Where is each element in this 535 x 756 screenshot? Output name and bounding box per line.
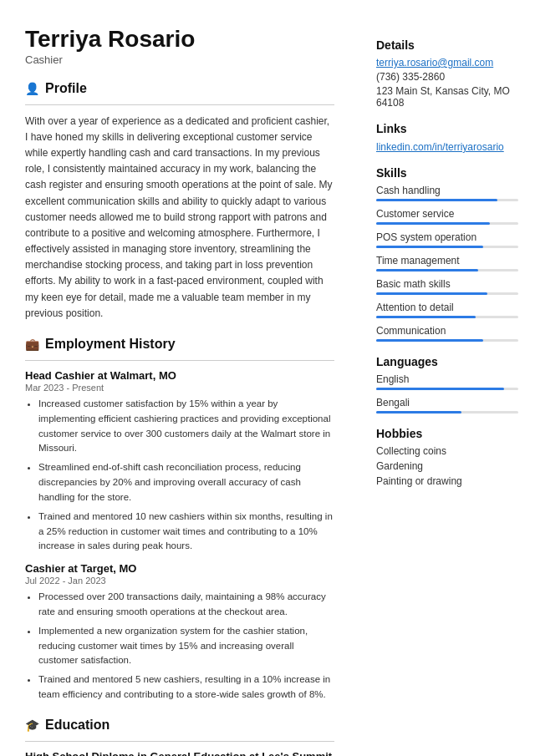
profile-divider — [25, 104, 334, 105]
job-bullets-1: Increased customer satisfaction by 15% w… — [25, 397, 334, 554]
skill-bar-bg-6 — [376, 316, 518, 318]
skill-name-3: POS system operation — [376, 231, 518, 243]
languages-section-label: Languages — [376, 355, 518, 368]
skill-name-2: Customer service — [376, 208, 518, 220]
skill-bar-bg-2 — [376, 222, 518, 225]
profile-section-header: 👤 Profile — [25, 81, 334, 96]
skill-item-5: Basic math skills — [376, 278, 518, 295]
skill-name-7: Communication — [376, 325, 518, 337]
bullet-1-3: Trained and mentored 10 new cashiers wit… — [38, 510, 334, 554]
skill-bar-fill-4 — [376, 269, 478, 271]
lang-bar-fill-2 — [376, 411, 461, 414]
employment-section-label: Employment History — [45, 337, 176, 352]
hobby-item-1: Collecting coins — [376, 445, 518, 457]
lang-bar-bg-2 — [376, 411, 518, 414]
skill-bar-fill-6 — [376, 316, 476, 318]
skill-bar-fill-5 — [376, 292, 487, 295]
employment-section-header: 💼 Employment History — [25, 337, 334, 352]
employment-divider — [25, 360, 334, 361]
skill-bar-fill-2 — [376, 222, 490, 225]
education-icon: 🎓 — [25, 718, 39, 732]
hobbies-section-label: Hobbies — [376, 427, 518, 440]
phone-number: (736) 335-2860 — [376, 71, 518, 83]
education-divider — [25, 741, 334, 742]
job-dates-1: Mar 2023 - Present — [25, 383, 334, 393]
profile-text: With over a year of experience as a dedi… — [25, 114, 334, 322]
job-entry-1: Head Cashier at Walmart, MO Mar 2023 - P… — [25, 369, 334, 554]
education-section-header: 🎓 Education — [25, 718, 334, 733]
education-section-label: Education — [45, 718, 110, 733]
linkedin-link[interactable]: linkedin.com/in/terriyarosario — [376, 141, 504, 153]
skill-bar-bg-5 — [376, 292, 518, 295]
skill-bar-bg-3 — [376, 246, 518, 248]
hobby-item-2: Gardening — [376, 460, 518, 472]
links-section-label: Links — [376, 122, 518, 135]
bullet-2-1: Processed over 200 transactions daily, m… — [38, 590, 334, 620]
job-bullets-2: Processed over 200 transactions daily, m… — [25, 590, 334, 703]
skill-item-3: POS system operation — [376, 231, 518, 248]
skill-bar-fill-7 — [376, 339, 483, 342]
lang-item-1: English — [376, 373, 518, 390]
skills-section-label: Skills — [376, 166, 518, 180]
profile-section-label: Profile — [45, 81, 87, 96]
lang-bar-bg-1 — [376, 388, 518, 390]
bullet-2-2: Implemented a new organization system fo… — [38, 624, 334, 668]
skill-item-2: Customer service — [376, 208, 518, 225]
skill-name-5: Basic math skills — [376, 278, 518, 290]
hobby-item-3: Painting or drawing — [376, 475, 518, 487]
skill-name-6: Attention to detail — [376, 302, 518, 313]
skill-item-1: Cash handling — [376, 185, 518, 201]
bullet-2-3: Trained and mentored 5 new cashiers, res… — [38, 672, 334, 703]
skill-bar-bg-1 — [376, 199, 518, 201]
lang-name-1: English — [376, 373, 518, 385]
skill-bar-bg-7 — [376, 339, 518, 342]
employment-icon: 💼 — [25, 337, 39, 351]
edu-title-1: High School Diploma in General Education… — [25, 750, 334, 756]
bullet-1-2: Streamlined end-of-shift cash reconcilia… — [38, 460, 334, 505]
skill-name-1: Cash handling — [376, 185, 518, 196]
skill-item-4: Time management — [376, 255, 518, 271]
address: 123 Main St, Kansas City, MO 64108 — [376, 85, 518, 109]
lang-item-2: Bengali — [376, 397, 518, 414]
skill-item-6: Attention to detail — [376, 302, 518, 318]
email-link[interactable]: terriya.rosario@gmail.com — [376, 57, 518, 68]
job-title-1: Head Cashier at Walmart, MO — [25, 369, 334, 382]
bullet-1-1: Increased customer satisfaction by 15% w… — [38, 397, 334, 456]
skill-bar-fill-1 — [376, 199, 497, 201]
lang-name-2: Bengali — [376, 397, 518, 408]
skill-name-4: Time management — [376, 255, 518, 266]
candidate-name: Terriya Rosario — [25, 25, 334, 53]
skill-bar-bg-4 — [376, 269, 518, 271]
candidate-title: Cashier — [25, 53, 334, 66]
job-entry-2: Cashier at Target, MO Jul 2022 - Jan 202… — [25, 562, 334, 703]
details-section-label: Details — [376, 38, 518, 52]
job-title-2: Cashier at Target, MO — [25, 562, 334, 575]
skill-bar-fill-3 — [376, 246, 483, 248]
skill-item-7: Communication — [376, 325, 518, 342]
lang-bar-fill-1 — [376, 388, 504, 390]
profile-icon: 👤 — [25, 82, 39, 95]
education-entry-1: High School Diploma in General Education… — [25, 750, 334, 756]
job-dates-2: Jul 2022 - Jan 2023 — [25, 576, 334, 586]
